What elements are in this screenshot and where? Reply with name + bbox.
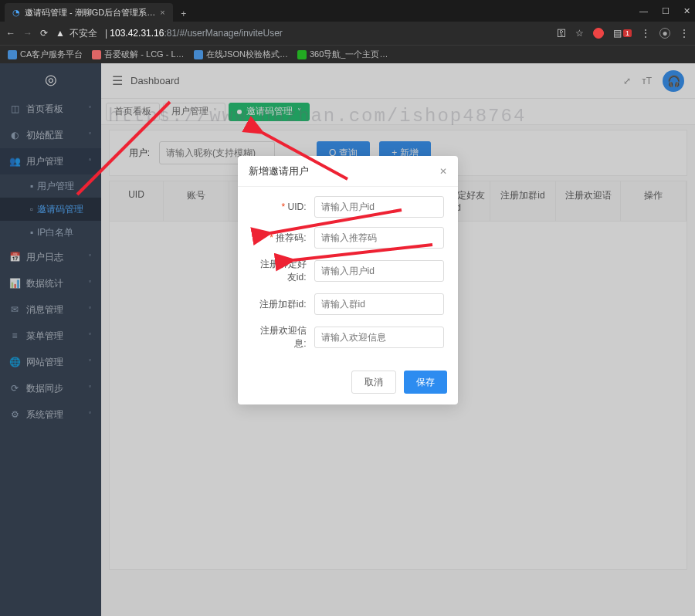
modal-overlay: 新增邀请用户 ✕ UID: 推荐码: 注册绑定好友id: 注册加群id: 注册欢…	[0, 63, 695, 616]
invite-modal: 新增邀请用户 ✕ UID: 推荐码: 注册绑定好友id: 注册加群id: 注册欢…	[238, 156, 458, 404]
bookmark-item[interactable]: 360导航_一个主页…	[297, 49, 388, 60]
extension-badge[interactable]: ▤1	[613, 28, 632, 39]
reload-icon[interactable]: ⟳	[40, 28, 48, 39]
close-window-icon[interactable]: ✕	[683, 6, 690, 16]
warning-triangle-icon: ▲	[56, 28, 65, 39]
field-label-welcome: 注册欢迎信息:	[252, 324, 314, 350]
modal-footer: 取消 保存	[238, 363, 458, 404]
modal-header: 新增邀请用户 ✕	[238, 156, 458, 187]
url-display[interactable]: | 103.42.31.16:81/#/userManage/inviteUse…	[105, 28, 283, 39]
code-input[interactable]	[314, 227, 444, 249]
address-bar: ← → ⟳ ▲ 不安全 | 103.42.31.16:81/#/userMana…	[0, 22, 695, 45]
bookmark-item[interactable]: 在线JSON校验格式…	[194, 49, 288, 60]
field-label-code: 推荐码:	[252, 232, 314, 245]
browser-tab[interactable]: ◔ 邀请码管理 - 潮聊GD后台管理系… ×	[5, 3, 173, 22]
uid-input[interactable]	[314, 196, 444, 218]
close-tab-icon[interactable]: ×	[160, 8, 164, 17]
browser-tab-title: 邀请码管理 - 潮聊GD后台管理系…	[25, 7, 155, 19]
bookmarks-bar: CA客户服务平台 吾爱破解 - LCG - L… 在线JSON校验格式… 360…	[0, 45, 695, 63]
close-icon[interactable]: ✕	[439, 166, 447, 177]
security-warning[interactable]: ▲ 不安全	[56, 27, 97, 40]
kebab-icon[interactable]: ⋮	[680, 28, 689, 39]
field-label-uid: UID:	[252, 201, 314, 212]
key-icon[interactable]: ⚿	[557, 28, 566, 39]
bookmark-item[interactable]: 吾爱破解 - LCG - L…	[92, 49, 184, 60]
welcome-input[interactable]	[314, 327, 444, 348]
menu-icon[interactable]: ⋮	[641, 28, 650, 39]
friend-input[interactable]	[314, 260, 444, 282]
maximize-icon[interactable]: ☐	[662, 6, 670, 16]
window-titlebar: ◔ 邀请码管理 - 潮聊GD后台管理系… × + — ☐ ✕	[0, 0, 695, 22]
insecure-label: 不安全	[70, 27, 97, 40]
app-root: ◎ ◫首页看板˅ ◐初始配置˅ 👥用户管理˄ ▪用户管理 ▫邀请码管理 ▪IP白…	[0, 63, 695, 616]
extension-icon-red[interactable]	[593, 28, 604, 39]
profile-icon[interactable]: ●	[659, 28, 670, 39]
field-label-group: 注册加群id:	[252, 298, 314, 311]
back-icon[interactable]: ←	[6, 28, 15, 39]
field-label-friend: 注册绑定好友id:	[252, 258, 314, 284]
new-tab-button[interactable]: +	[176, 6, 192, 22]
forward-icon[interactable]: →	[23, 28, 32, 39]
modal-title: 新增邀请用户	[249, 164, 309, 178]
save-button[interactable]: 保存	[404, 371, 447, 394]
cancel-button[interactable]: 取消	[351, 371, 396, 394]
bookmark-item[interactable]: CA客户服务平台	[8, 49, 83, 60]
star-icon[interactable]: ☆	[575, 28, 584, 39]
group-input[interactable]	[314, 293, 444, 315]
minimize-icon[interactable]: —	[639, 6, 648, 16]
modal-body: UID: 推荐码: 注册绑定好友id: 注册加群id: 注册欢迎信息:	[238, 187, 458, 363]
